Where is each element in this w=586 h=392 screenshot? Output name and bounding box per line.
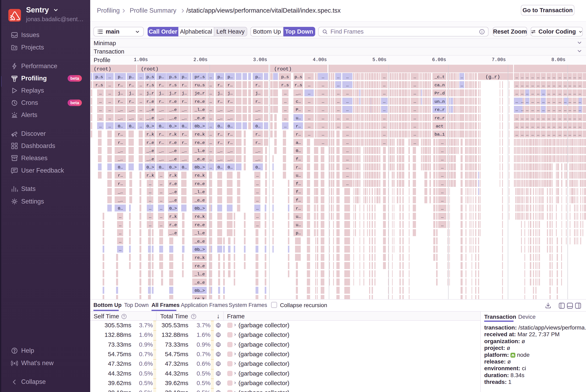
svg-text:j…: j…: [118, 91, 123, 96]
svg-text:…: …: [346, 91, 349, 96]
svg-text:0…: 0…: [255, 165, 260, 170]
svg-text:…: …: [537, 99, 539, 104]
svg-text:_…: _…: [255, 148, 260, 153]
svg-text:…: …: [552, 75, 555, 80]
svg-text:r…: r…: [217, 132, 223, 137]
svg-text:_l…e: _l…e: [194, 272, 205, 276]
svg-text:f…: f…: [296, 190, 301, 194]
svg-text:0b…>: 0b…>: [195, 247, 205, 252]
svg-text:0…: 0…: [217, 165, 223, 170]
svg-text:0…: 0…: [118, 165, 123, 170]
svg-text:0…: 0…: [228, 124, 233, 129]
svg-text:pr…s: pr…s: [195, 75, 205, 80]
svg-text:…: …: [573, 116, 576, 120]
svg-text:0…: 0…: [159, 124, 164, 129]
svg-text:…: …: [322, 124, 324, 129]
svg-text:_…: _…: [181, 116, 187, 120]
svg-text:r…: r…: [296, 132, 301, 137]
svg-text:p…s: p…s: [281, 75, 289, 80]
svg-text:…: …: [413, 108, 416, 112]
svg-text:je…r: je…r: [195, 91, 205, 96]
svg-text:re…r: re…r: [434, 108, 445, 112]
svg-text:…: …: [515, 132, 518, 137]
svg-text:(root): (root): [94, 66, 111, 72]
svg-text:…: …: [284, 99, 287, 104]
svg-text:…: …: [542, 124, 545, 129]
svg-text:…: …: [558, 132, 561, 137]
svg-text:p…: p…: [217, 75, 223, 80]
svg-text:…: …: [308, 91, 311, 96]
svg-text:…: …: [579, 83, 581, 88]
svg-text:…: …: [140, 108, 142, 112]
svg-text:u…: u…: [296, 223, 301, 227]
svg-text:…: …: [160, 198, 163, 203]
svg-text:…: …: [140, 116, 142, 120]
svg-text:…: …: [573, 132, 576, 137]
svg-text:…: …: [256, 198, 259, 203]
svg-text:…: …: [537, 124, 539, 129]
svg-text:0…: 0…: [182, 165, 187, 170]
svg-text:_…: _…: [181, 148, 187, 153]
svg-text:re…k: re…k: [195, 214, 205, 219]
svg-text:r…s: r…s: [281, 83, 289, 88]
svg-text:r…: r…: [182, 99, 187, 104]
svg-text:_…: _…: [118, 148, 123, 153]
svg-text:…: …: [209, 75, 212, 80]
svg-text:r…: r…: [118, 132, 123, 137]
svg-text:…: …: [526, 83, 528, 88]
svg-text:…: …: [526, 91, 528, 96]
svg-text:…: …: [108, 108, 111, 112]
svg-text:…: …: [531, 116, 534, 120]
svg-text:…: …: [322, 108, 324, 112]
svg-text:…: …: [149, 190, 152, 194]
svg-text:_e…e: _e…e: [194, 198, 205, 203]
svg-text:_…e: _…e: [169, 190, 177, 194]
svg-text:0…: 0…: [118, 206, 123, 211]
svg-text:…: …: [383, 99, 386, 104]
svg-text:…: …: [337, 116, 340, 120]
svg-text:…: …: [308, 83, 311, 88]
svg-text:_…: _…: [181, 157, 187, 162]
svg-text:…: …: [322, 116, 324, 120]
svg-text:…: …: [558, 75, 561, 80]
svg-text:…: …: [521, 108, 523, 112]
svg-text:…: …: [413, 83, 416, 88]
svg-text:…: …: [149, 198, 152, 203]
svg-text:…: …: [552, 91, 555, 96]
svg-text:j…: j…: [255, 91, 260, 96]
svg-text:r…: r…: [182, 132, 187, 137]
svg-text:r…: r…: [296, 206, 301, 211]
svg-text:…: …: [526, 116, 528, 120]
svg-text:…: …: [308, 132, 311, 137]
svg-text:…: …: [531, 83, 534, 88]
svg-text:…: …: [209, 83, 212, 88]
svg-text:u…: u…: [296, 173, 301, 178]
svg-text:…: …: [108, 99, 111, 104]
svg-text:…: …: [547, 83, 550, 88]
svg-text:_…: _…: [129, 116, 134, 120]
svg-text:…: …: [256, 182, 259, 186]
svg-text:_l…e: _l…e: [194, 108, 205, 112]
svg-text:…: …: [515, 91, 518, 96]
svg-text:re…k: re…k: [195, 256, 205, 260]
svg-text:r…: r…: [159, 99, 164, 104]
svg-text:…: …: [521, 75, 523, 80]
svg-text:re…r: re…r: [434, 116, 445, 120]
svg-text:…: …: [547, 99, 550, 104]
svg-text:…: …: [558, 91, 561, 96]
svg-text:…: …: [568, 91, 571, 96]
svg-text:p…: p…: [129, 75, 134, 80]
svg-text:_e…e: _e…e: [194, 280, 205, 285]
svg-text:…: …: [542, 99, 545, 104]
svg-text:…: …: [256, 214, 259, 219]
svg-text:…: …: [308, 75, 311, 80]
svg-text:…: …: [441, 223, 444, 227]
svg-text:r…e: r…e: [146, 140, 154, 145]
svg-text:…: …: [209, 157, 212, 162]
svg-text:…: …: [119, 231, 122, 236]
svg-text:p…s: p…s: [95, 75, 103, 80]
svg-text:…: …: [568, 99, 571, 104]
svg-text:…: …: [547, 108, 550, 112]
svg-text:r…s: r…s: [294, 83, 302, 88]
svg-text:ca…n: ca…n: [434, 83, 445, 88]
